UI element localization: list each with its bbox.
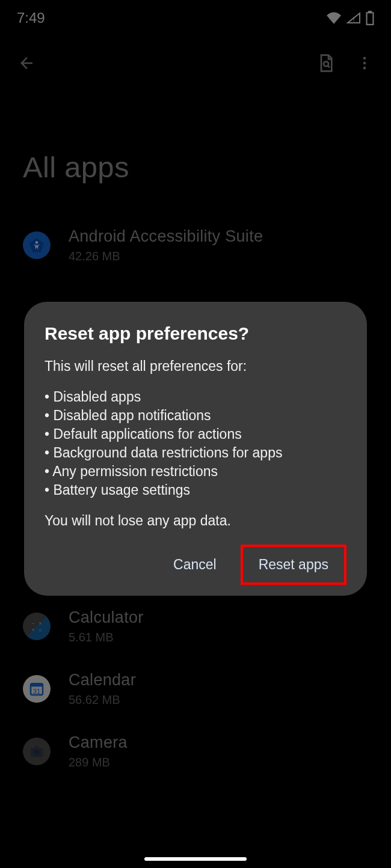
- dialog-title: Reset app preferences?: [45, 323, 346, 344]
- bullet-item: • Disabled app notifications: [45, 406, 346, 425]
- reset-dialog: Reset app preferences? This will reset a…: [24, 302, 367, 596]
- dialog-body: This will reset all preferences for: • D…: [45, 357, 346, 530]
- reset-apps-button[interactable]: Reset apps: [248, 548, 339, 581]
- nav-handle[interactable]: [144, 857, 247, 861]
- dialog-actions: Cancel Reset apps: [45, 545, 346, 585]
- bullet-item: • Disabled apps: [45, 388, 346, 406]
- bullet-item: • Background data restrictions for apps: [45, 444, 346, 462]
- dialog-note: You will not lose any app data.: [45, 512, 346, 530]
- dialog-bullets: • Disabled apps • Disabled app notificat…: [45, 388, 346, 500]
- highlight-annotation: Reset apps: [241, 545, 346, 585]
- bullet-item: • Battery usage settings: [45, 481, 346, 500]
- dialog-intro: This will reset all preferences for:: [45, 357, 346, 376]
- cancel-button[interactable]: Cancel: [162, 548, 227, 581]
- bullet-item: • Default applications for actions: [45, 425, 346, 444]
- bullet-item: • Any permission restrictions: [45, 462, 346, 481]
